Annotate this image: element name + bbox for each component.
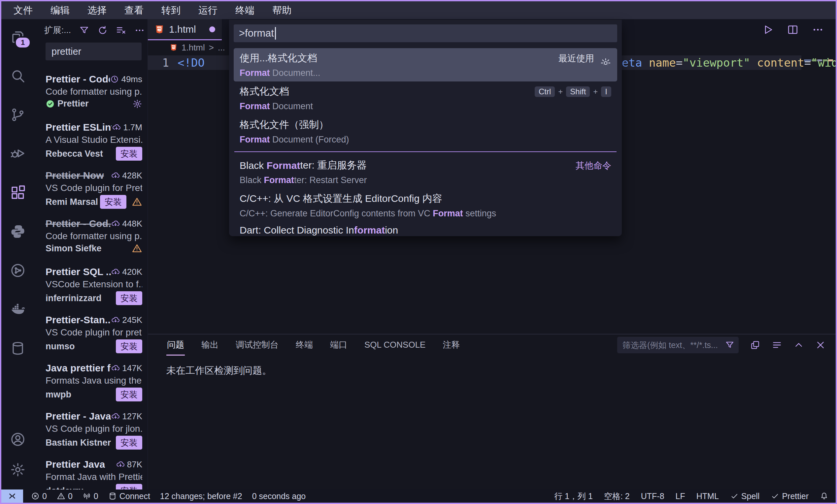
- sidebar-clear-list-icon[interactable]: [116, 25, 126, 36]
- panel-tab-终端[interactable]: 终端: [295, 334, 314, 356]
- status-encoding[interactable]: UTF-8: [641, 491, 664, 501]
- status-eol[interactable]: LF: [676, 491, 685, 501]
- status-warnings[interactable]: 0: [57, 491, 73, 501]
- extension-author: dotdevru: [46, 486, 84, 490]
- activity-item-source-control[interactable]: [7, 104, 29, 125]
- activity-item-database[interactable]: [7, 338, 29, 359]
- play-icon[interactable]: [762, 24, 773, 36]
- extension-row[interactable]: Prettier SQL ...420KVSCode Extension to …: [46, 266, 142, 300]
- status-changes-time[interactable]: 0 seconds ago: [252, 491, 306, 501]
- close-icon[interactable]: [815, 340, 826, 350]
- install-button[interactable]: 安装: [116, 388, 142, 402]
- extension-description: Code formatter using p...: [46, 231, 142, 241]
- modified-dot[interactable]: [209, 26, 215, 32]
- menu-item-5[interactable]: 转到: [153, 1, 190, 19]
- list-icon[interactable]: [772, 340, 782, 350]
- minimap[interactable]: [803, 55, 834, 154]
- gear-icon[interactable]: [600, 57, 611, 65]
- activity-item-account[interactable]: [7, 429, 29, 450]
- status-errors[interactable]: 0: [31, 491, 47, 501]
- palette-row-description: Format Document...: [239, 68, 611, 78]
- menu-item-1[interactable]: 文件: [5, 1, 41, 19]
- copy-icon[interactable]: [750, 340, 761, 350]
- extension-row[interactable]: Java prettier f...147KFormats Java using…: [46, 362, 142, 396]
- menu-item-2[interactable]: 编辑: [41, 1, 78, 19]
- install-button[interactable]: 安装: [116, 484, 142, 489]
- palette-row[interactable]: 格式化文档Ctrl+Shift+IFormat Document: [234, 81, 617, 115]
- status-language-mode[interactable]: HTML: [696, 491, 719, 501]
- palette-row[interactable]: 格式化文件（强制）Format Document (Forced): [234, 115, 617, 148]
- extension-meta-value: 49ms: [121, 74, 142, 85]
- menu-item-7[interactable]: 终端: [227, 1, 263, 19]
- gear-icon[interactable]: [132, 99, 142, 109]
- install-button[interactable]: 安装: [116, 147, 142, 161]
- menu-item-8[interactable]: 帮助: [263, 1, 300, 19]
- palette-row-right-label: 最近使用: [558, 53, 611, 64]
- text-caret: [275, 27, 276, 40]
- split-editor-icon[interactable]: [787, 24, 799, 36]
- panel-tab-注释[interactable]: 注释: [442, 334, 460, 356]
- menu-item-4[interactable]: 查看: [115, 1, 153, 19]
- check-icon: [730, 492, 738, 500]
- tab-1-html[interactable]: 1.html: [148, 19, 222, 40]
- install-button[interactable]: 安装: [100, 195, 126, 209]
- extensions-search-input[interactable]: prettier: [46, 42, 142, 60]
- activity-item-python[interactable]: [7, 221, 29, 242]
- activity-item-explorer[interactable]: 1: [7, 26, 29, 48]
- status-notifications[interactable]: [820, 492, 829, 500]
- status-cursor-position[interactable]: 行 1，列 1: [554, 491, 593, 502]
- extension-name: Java prettier f...: [46, 362, 111, 374]
- panel-tab-输出[interactable]: 输出: [201, 334, 219, 356]
- palette-row[interactable]: 使用...格式化文档最近使用Format Document...: [234, 48, 617, 81]
- palette-row[interactable]: C/C++: 从 VC 格式设置生成 EditorConfig 内容C/C++:…: [234, 189, 617, 222]
- extension-author: Prettier: [46, 99, 89, 109]
- panel-tab-SQL CONSOLE[interactable]: SQL CONSOLE: [364, 335, 426, 355]
- status-spell[interactable]: Spell: [730, 491, 760, 501]
- command-palette-input[interactable]: >format: [234, 24, 617, 42]
- extension-author: mwpb: [46, 390, 71, 400]
- extension-row[interactable]: Prettier ESLint1.7MA Visual Studio Exten…: [46, 122, 142, 155]
- activity-item-extensions[interactable]: [7, 182, 29, 203]
- menu-item-6[interactable]: 运行: [190, 1, 227, 19]
- activity-item-settings[interactable]: [7, 459, 29, 480]
- status-prettier[interactable]: Prettier: [771, 491, 808, 501]
- key-chip: Ctrl: [535, 87, 555, 97]
- sidebar-filter-icon[interactable]: [79, 25, 89, 36]
- status-ports[interactable]: 0: [83, 491, 99, 501]
- activity-item-docker[interactable]: [7, 299, 29, 320]
- panel-tab-问题[interactable]: 问题: [166, 334, 185, 356]
- extension-description: Code formatter using p...: [46, 87, 142, 97]
- activity-item-run-debug[interactable]: [7, 143, 29, 164]
- sidebar-ellipsis-icon[interactable]: [134, 25, 145, 36]
- extension-description: VS Code plugin for pret...: [46, 327, 142, 338]
- chevron-up-icon[interactable]: [794, 340, 804, 350]
- sidebar-refresh-icon[interactable]: [97, 25, 108, 36]
- install-button[interactable]: 安装: [116, 291, 142, 305]
- share-circle-icon: [10, 263, 26, 278]
- palette-row[interactable]: Dart: Collect Diagnostic Information: [234, 222, 617, 236]
- palette-row[interactable]: Black Formatter: 重启服务器其他命令Black Formatte…: [234, 155, 617, 189]
- filter-icon[interactable]: [725, 340, 735, 350]
- extension-row[interactable]: Prettier - Code...49msCode formatter usi…: [46, 74, 142, 107]
- extension-row[interactable]: Prettier - Java...127KVS Code plugin for…: [46, 411, 142, 444]
- activity-item-search[interactable]: [7, 65, 29, 87]
- extensions-search-value: prettier: [52, 46, 81, 57]
- menu-item-3[interactable]: 选择: [78, 1, 115, 19]
- cloud-download-icon: [111, 315, 120, 324]
- install-button[interactable]: 安装: [116, 436, 142, 450]
- status-indentation[interactable]: 空格: 2: [604, 491, 630, 502]
- status-changes[interactable]: 12 changes; before #2: [160, 491, 242, 501]
- status-db-connect[interactable]: Connect: [108, 491, 150, 501]
- ellipsis-icon[interactable]: [812, 24, 824, 36]
- activity-item-project[interactable]: [7, 260, 29, 281]
- install-button[interactable]: 安装: [116, 339, 142, 353]
- panel-tab-调试控制台[interactable]: 调试控制台: [235, 334, 279, 356]
- extension-row[interactable]: Prettier - Cod...448KCode formatter usin…: [46, 218, 142, 252]
- remote-indicator[interactable]: [1, 489, 23, 503]
- panel-tab-端口[interactable]: 端口: [330, 334, 348, 356]
- extension-row[interactable]: Prettier Now428KVS Code plugin for Pret.…: [46, 170, 142, 204]
- extension-row[interactable]: Prettier Java87KFormat Java with Prettie…: [46, 459, 142, 489]
- problems-filter-input[interactable]: 筛选器(例如 text、**/*.ts...: [617, 337, 738, 353]
- palette-row-title: 格式化文件（强制）: [239, 118, 611, 132]
- extension-row[interactable]: Prettier-Stan...245KVS Code plugin for p…: [46, 314, 142, 348]
